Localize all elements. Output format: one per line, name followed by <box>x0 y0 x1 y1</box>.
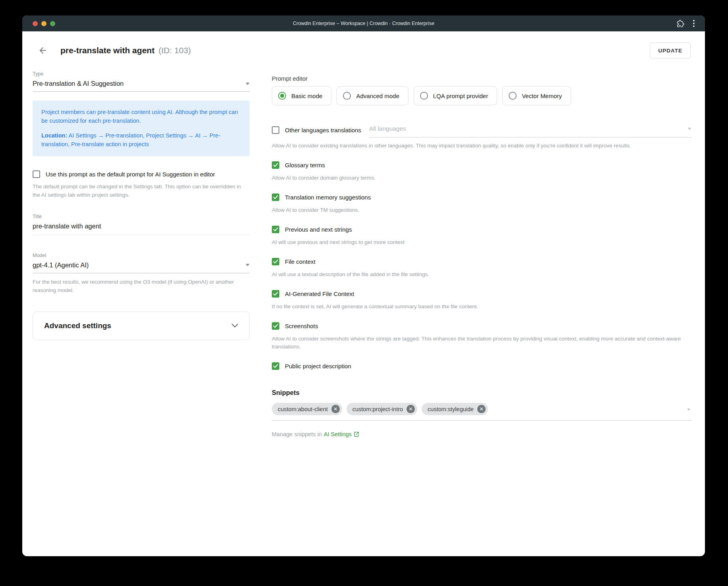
advanced-settings-label: Advanced settings <box>44 321 111 330</box>
traffic-lights <box>33 21 55 26</box>
option-help: If no file context is set, AI will gener… <box>272 303 691 311</box>
checkbox-row-screenshots[interactable]: Screenshots <box>272 322 691 330</box>
translation-memory-checkbox[interactable] <box>272 193 279 201</box>
extensions-icon[interactable] <box>677 20 684 27</box>
checkbox-row-file-context[interactable]: File context <box>272 258 691 265</box>
radio-icon <box>343 92 351 100</box>
chevron-down-icon <box>687 408 691 411</box>
remove-chip-button[interactable]: ✕ <box>477 405 486 413</box>
glossary-terms-checkbox[interactable] <box>272 161 279 169</box>
remove-chip-button[interactable]: ✕ <box>331 405 340 413</box>
other-languages-checkbox-row[interactable]: Other languages translations <box>272 126 361 134</box>
option-ai-generated-file-context: AI-Generated File Context If no file con… <box>272 290 691 311</box>
close-icon: ✕ <box>333 406 338 412</box>
chevron-down-icon <box>246 83 250 85</box>
other-languages-checkbox[interactable] <box>272 126 279 134</box>
info-text: Project members can pre-translate conten… <box>41 108 241 126</box>
default-prompt-help: The default prompt can be changed in the… <box>33 183 250 199</box>
checkbox-row-ai-generated-file-context[interactable]: AI-Generated File Context <box>272 290 691 298</box>
title-label: Title <box>33 214 250 219</box>
default-prompt-checkbox[interactable] <box>33 170 40 178</box>
advanced-settings-toggle[interactable]: Advanced settings <box>33 311 250 340</box>
checkbox-row-public-project-description[interactable]: Public project description <box>272 362 691 370</box>
option-help: Allow AI to consider domain glossary ter… <box>272 174 691 182</box>
zoom-window-button[interactable] <box>50 21 55 26</box>
snippet-chip: custom:project-intro ✕ <box>347 403 417 415</box>
radio-lqa-prompt-provider[interactable]: LQA prompt provider <box>414 86 497 105</box>
checkbox-row-previous-next-strings[interactable]: Previous and next strings <box>272 226 691 233</box>
file-context-checkbox[interactable] <box>272 258 279 265</box>
chevron-down-icon <box>687 128 691 130</box>
default-prompt-label: Use this prompt as the default prompt fo… <box>46 171 215 178</box>
snippets-select[interactable]: custom:about-client ✕ custom:project-int… <box>272 403 691 421</box>
back-button[interactable] <box>38 45 48 56</box>
radio-advanced-mode[interactable]: Advanced mode <box>337 86 408 105</box>
model-select[interactable]: gpt-4.1 (Agentic AI) <box>33 258 250 273</box>
ai-settings-link[interactable]: AI Settings <box>324 431 359 437</box>
page-id: (ID: 103) <box>159 46 191 55</box>
option-help: AI will use a textual description of the… <box>272 271 691 279</box>
close-icon: ✕ <box>409 406 413 412</box>
chevron-down-icon <box>246 264 250 266</box>
screenshots-checkbox[interactable] <box>272 322 279 330</box>
model-help: For the best results, we recommend using… <box>33 278 250 295</box>
radio-icon <box>278 92 286 100</box>
prompt-editor-label: Prompt editor <box>272 75 691 82</box>
manage-snippets-text: Manage snippets in AI Settings <box>272 431 691 437</box>
type-select-value: Pre-translation & AI Suggestion <box>33 80 124 87</box>
all-languages-select[interactable]: All languages <box>369 123 691 137</box>
option-glossary-terms: Glossary terms Allow AI to consider doma… <box>272 161 691 182</box>
option-screenshots: Screenshots Allow AI to consider screens… <box>272 322 691 352</box>
window-title: Crowdin Enterprise – Workspace | Crowdin… <box>22 21 705 26</box>
browser-window: Crowdin Enterprise – Workspace | Crowdin… <box>22 15 705 556</box>
default-prompt-checkbox-row[interactable]: Use this prompt as the default prompt fo… <box>33 170 250 178</box>
type-select[interactable]: Pre-translation & AI Suggestion <box>33 77 250 92</box>
option-help: Allow AI to consider TM suggestions. <box>272 206 691 215</box>
back-arrow-icon <box>38 46 48 55</box>
chevron-down-icon <box>232 324 238 328</box>
external-link-icon <box>354 431 359 437</box>
checkbox-row-translation-memory[interactable]: Translation memory suggestions <box>272 193 691 201</box>
page-title: pre-translate with agent <box>60 46 155 55</box>
model-label: Model <box>33 253 250 258</box>
option-help: Allow AI to consider screenshots where t… <box>272 335 691 352</box>
other-languages-help: Allow AI to consider existing translatio… <box>272 142 691 150</box>
previous-next-strings-checkbox[interactable] <box>272 226 279 233</box>
radio-icon <box>420 92 428 100</box>
model-select-value: gpt-4.1 (Agentic AI) <box>33 261 89 269</box>
radio-vector-memory[interactable]: Vector Memory <box>502 86 571 105</box>
checkbox-row-glossary-terms[interactable]: Glossary terms <box>272 161 691 169</box>
settings-right-column: Prompt editor Basic mode Advanced mode L… <box>272 71 691 437</box>
option-previous-next-strings: Previous and next strings AI will use pr… <box>272 226 691 247</box>
ai-generated-file-context-checkbox[interactable] <box>272 290 279 298</box>
prompt-editor-modes: Basic mode Advanced mode LQA prompt prov… <box>272 86 691 105</box>
snippet-chip: custom:styleguide ✕ <box>422 403 488 415</box>
option-help: AI will use previous and next strings to… <box>272 238 691 247</box>
radio-icon <box>509 92 517 100</box>
minimize-window-button[interactable] <box>41 21 46 26</box>
snippet-chip: custom:about-client ✕ <box>272 403 342 415</box>
option-public-project-description: Public project description <box>272 362 691 370</box>
other-languages-row: Other languages translations All languag… <box>272 123 691 137</box>
update-button[interactable]: UPDATE <box>650 43 691 58</box>
snippets-heading: Snippets <box>272 389 691 396</box>
close-icon: ✕ <box>479 406 484 412</box>
titlebar: Crowdin Enterprise – Workspace | Crowdin… <box>22 15 705 31</box>
browser-menu-icon[interactable] <box>692 19 695 28</box>
close-window-button[interactable] <box>33 21 38 26</box>
type-label: Type <box>33 71 250 77</box>
info-location: Location: AI Settings → Pre-translation,… <box>41 131 241 149</box>
page-header: pre-translate with agent (ID: 103) UPDAT… <box>22 31 705 69</box>
remove-chip-button[interactable]: ✕ <box>407 405 415 413</box>
radio-basic-mode[interactable]: Basic mode <box>272 86 331 105</box>
public-project-description-checkbox[interactable] <box>272 362 279 370</box>
info-box: Project members can pre-translate conten… <box>33 101 250 156</box>
title-input[interactable]: pre-translate with agent <box>33 219 250 235</box>
option-file-context: File context AI will use a textual descr… <box>272 258 691 279</box>
settings-left-column: Type Pre-translation & AI Suggestion Pro… <box>33 71 250 437</box>
option-translation-memory: Translation memory suggestions Allow AI … <box>272 193 691 215</box>
